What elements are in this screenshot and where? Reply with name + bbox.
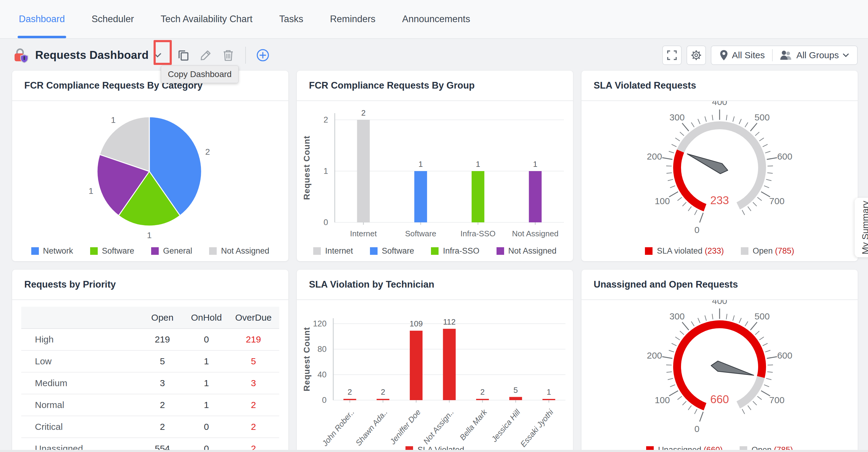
gauge-tick-label: 400 [712,300,727,306]
page-title: Requests Dashboard [35,49,149,62]
tab-announcements[interactable]: Announcements [402,0,470,38]
copy-icon [177,49,190,62]
toolbar-actions [169,47,270,64]
legend-item[interactable]: Infra-SSO [431,246,479,256]
tab-tasks[interactable]: Tasks [279,0,303,38]
bar-value-label: 2 [361,108,365,118]
bar[interactable] [509,397,522,400]
legend-item[interactable]: Not Assigned [497,246,557,256]
bar[interactable] [472,171,485,222]
gauge-tick-label: 700 [769,395,784,405]
table-header-row: OpenOnHoldOverDue [21,307,279,328]
bar-value-label: 1 [476,160,480,169]
copy-dashboard-button[interactable] [177,49,190,62]
card-header: Unassigned and Open Requests [582,270,858,300]
legend-item[interactable]: Software [370,246,414,256]
card-title: Requests by Priority [24,279,116,290]
card-title: Unassigned and Open Requests [594,279,738,290]
bar[interactable] [443,329,456,400]
table-row[interactable]: Critical202 [21,416,279,438]
bar[interactable] [414,171,427,222]
card-header: Requests by Priority [12,270,288,300]
pie-value-label: 1 [89,186,93,196]
bar[interactable] [476,399,489,400]
y-tick-label: 40 [317,370,327,379]
card-body: OpenOnHoldOverDue High2190219Low515Mediu… [12,300,288,452]
legend-swatch [31,247,39,255]
bar[interactable] [542,399,555,400]
chevron-down-icon [842,53,849,58]
legend-label: Network [43,246,73,256]
delete-dashboard-button[interactable] [222,49,235,62]
legend-item[interactable]: SLA violated (233) [645,246,724,256]
table-row[interactable]: Normal212 [21,394,279,416]
y-tick-label: 1 [323,166,328,175]
legend-swatch [209,247,217,255]
priority-name: Normal [21,394,140,416]
chevron-down-icon[interactable] [154,53,161,58]
pie-value-label: 1 [111,115,116,125]
settings-button[interactable] [686,45,706,65]
pie-chart: 2111 [12,101,288,261]
priority-table: OpenOnHoldOverDue High2190219Low515Mediu… [21,307,279,452]
legend-item[interactable]: Software [90,246,134,256]
bar-value-label: 5 [514,386,518,395]
site-group-filter: All Sites All Groups [711,45,858,65]
gauge-arc [738,377,761,405]
tab-reminders[interactable]: Reminders [330,0,375,38]
nav-tabs: DashboardSchedulerTech Availability Char… [19,0,470,38]
bar[interactable] [410,331,423,400]
bar[interactable] [529,171,542,222]
bar[interactable] [377,399,390,400]
legend-value: (233) [705,246,724,255]
copy-dashboard-tooltip: Copy Dashboard [161,66,239,83]
y-tick-label: 80 [317,345,327,354]
priority-name: Low [21,350,140,372]
bar-chart: 0122Internet1Software1Infra-SSO1Not Assi… [297,101,573,261]
gauge-chart: 0100200300400500600700660 [582,300,858,452]
bar[interactable] [344,399,356,400]
edit-dashboard-button[interactable] [199,49,212,62]
legend-item[interactable]: Open (785) [741,246,794,256]
onhold-value: 1 [185,394,228,416]
table-head: OpenOnHoldOverDue [21,307,279,328]
table-row[interactable]: Medium313 [21,372,279,394]
x-axis-label: Jessica Hill [489,408,522,444]
fullscreen-icon [666,50,677,61]
plus-circle-icon [256,48,270,63]
legend-item[interactable]: General [151,246,192,256]
bar-value-label: 1 [533,160,537,169]
dashboard-toolbar: Requests Dashboard [0,39,868,71]
all-sites-button[interactable]: All Sites [719,50,765,61]
gauge-tick-label: 700 [769,196,784,206]
column-header: OnHold [185,307,228,328]
tab-scheduler[interactable]: Scheduler [92,0,134,38]
table-row[interactable]: Low515 [21,350,279,372]
bar[interactable] [357,120,370,222]
overdue-value: 2 [228,394,279,416]
bar-value-label: 109 [410,319,423,328]
open-value: 219 [140,328,185,350]
locked-dashboard-icon [13,47,30,64]
gauge-needle [687,154,728,173]
my-summary-tab[interactable]: My Summary [855,198,868,257]
all-groups-button[interactable]: All Groups [780,50,849,60]
bar-chart: 040801202John Rober..2Shawn Ada..109Jeni… [297,300,573,452]
overdue-value: 3 [228,372,279,394]
table-row[interactable]: High2190219 [21,328,279,350]
gauge-tick-label: 100 [655,395,670,405]
x-axis-label: John Rober.. [320,408,356,448]
legend-swatch [497,247,504,255]
legend-item[interactable]: Network [31,246,73,256]
x-axis-label: Software [405,229,436,238]
add-widget-button[interactable] [256,49,270,62]
legend-item[interactable]: Not Assigned [209,246,269,256]
toolbar-right: All Sites All Groups [662,45,868,65]
fullscreen-button[interactable] [662,45,682,65]
tab-tech-availability-chart[interactable]: Tech Availability Chart [160,0,252,38]
legend-label: Not Assigned [508,246,557,256]
tab-dashboard[interactable]: Dashboard [19,0,65,38]
overdue-value: 2 [228,416,279,438]
legend-item[interactable]: Internet [313,246,353,256]
legend-swatch [90,247,98,255]
